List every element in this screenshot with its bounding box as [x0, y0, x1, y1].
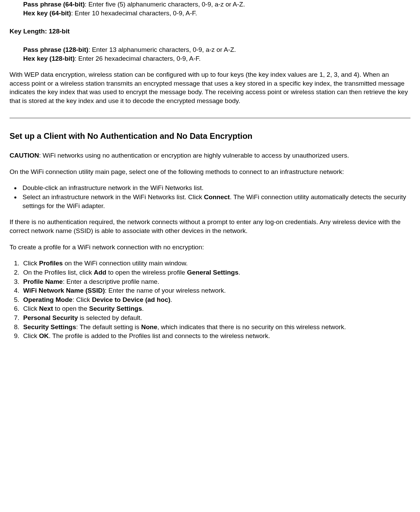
- list-item: Personal Security is selected by default…: [21, 313, 410, 322]
- step1-bold: Profiles: [39, 260, 63, 267]
- list-item: Security Settings: The default setting i…: [21, 323, 410, 332]
- connect-methods-list: Double-click an infrastructure network i…: [20, 184, 410, 210]
- key-length-128-heading: Key Length: 128-bit: [10, 27, 410, 36]
- key-128-block: Pass phrase (128-bit): Enter 13 alphanum…: [23, 45, 410, 63]
- step2-mid: to open the wireless profile: [106, 269, 187, 276]
- step2-post: .: [238, 269, 240, 276]
- bullet-2-bold: Connect: [204, 193, 230, 201]
- hex-key-128-text: : Enter 26 hexadecimal characters, 0-9, …: [75, 55, 201, 62]
- caution-paragraph: CAUTION: WiFi networks using no authenti…: [10, 151, 410, 160]
- hex-key-64-label: Hex key (64-bit): [23, 10, 71, 17]
- step3-bold: Profile Name: [23, 278, 63, 285]
- list-item: Click OK. The profile is added to the Pr…: [21, 332, 410, 340]
- step5-post: .: [170, 296, 172, 303]
- step9-bold: OK: [39, 332, 49, 339]
- step8-bold1: Security Settings: [23, 323, 76, 331]
- step6-pre: Click: [23, 305, 39, 312]
- list-item: Select an infrastructure network in the …: [20, 193, 410, 210]
- list-item: Profile Name: Enter a descriptive profil…: [21, 277, 410, 286]
- list-item: WiFi Network Name (SSID): Enter the name…: [21, 286, 410, 295]
- pass-phrase-128-label: Pass phrase (128-bit): [23, 46, 88, 53]
- step2-bold1: Add: [94, 269, 106, 276]
- caution-text: : WiFi networks using no authentication …: [39, 152, 349, 159]
- step8-post: , which indicates that there is no secur…: [158, 323, 346, 331]
- step4-bold: WiFi Network Name (SSID): [23, 287, 105, 294]
- step2-bold2: General Settings: [187, 269, 238, 276]
- no-auth-paragraph: If there is no authentication required, …: [10, 218, 410, 235]
- pass-phrase-128-text: : Enter 13 alphanumeric characters, 0-9,…: [88, 46, 236, 53]
- list-item: Double-click an infrastructure network i…: [20, 184, 410, 192]
- step8-bold2: None: [141, 323, 158, 331]
- caution-label: CAUTION: [10, 152, 39, 159]
- list-item: On the Profiles list, click Add to open …: [21, 268, 410, 277]
- list-item: Click Profiles on the WiFi connection ut…: [21, 259, 410, 268]
- key-64-block: Pass phrase (64-bit): Enter five (5) alp…: [23, 0, 410, 17]
- step4-post: : Enter the name of your wireless networ…: [105, 287, 226, 294]
- step9-pre: Click: [23, 332, 39, 339]
- step5-bold1: Operating Mode: [23, 296, 73, 303]
- pass-phrase-64-label: Pass phrase (64-bit): [23, 1, 85, 8]
- profile-steps-list: Click Profiles on the WiFi connection ut…: [21, 259, 410, 340]
- wep-paragraph: With WEP data encryption, wireless stati…: [10, 70, 410, 105]
- step7-bold: Personal Security: [23, 314, 78, 321]
- step5-mid: : Click: [73, 296, 92, 303]
- step1-post: on the WiFi connection utility main wind…: [63, 260, 188, 267]
- step6-post: .: [142, 305, 144, 312]
- section-heading: Set up a Client with No Authentication a…: [10, 131, 410, 142]
- step1-pre: Click: [23, 260, 39, 267]
- step7-post: is selected by default.: [78, 314, 142, 321]
- step9-post: . The profile is added to the Profiles l…: [49, 332, 270, 339]
- list-item: Operating Mode: Click Device to Device (…: [21, 295, 410, 304]
- bullet-1-text: Double-click an infrastructure network i…: [22, 184, 204, 191]
- connect-intro: On the WiFi connection utility main page…: [10, 167, 410, 176]
- profile-intro: To create a profile for a WiFi network c…: [10, 243, 410, 252]
- pass-phrase-64-text: : Enter five (5) alphanumeric characters…: [85, 1, 245, 8]
- step8-mid: : The default setting is: [76, 323, 141, 331]
- hex-key-128-label: Hex key (128-bit): [23, 55, 75, 62]
- hex-key-64-text: : Enter 10 hexadecimal characters, 0-9, …: [71, 10, 197, 17]
- step6-mid: to open the: [53, 305, 89, 312]
- section-divider: [10, 118, 410, 118]
- step5-bold2: Device to Device (ad hoc): [92, 296, 170, 303]
- step2-pre: On the Profiles list, click: [23, 269, 94, 276]
- list-item: Click Next to open the Security Settings…: [21, 304, 410, 313]
- step6-bold1: Next: [39, 305, 53, 312]
- step6-bold2: Security Settings: [89, 305, 142, 312]
- step3-post: : Enter a descriptive profile name.: [63, 278, 159, 285]
- bullet-2-pre: Select an infrastructure network in the …: [22, 193, 204, 201]
